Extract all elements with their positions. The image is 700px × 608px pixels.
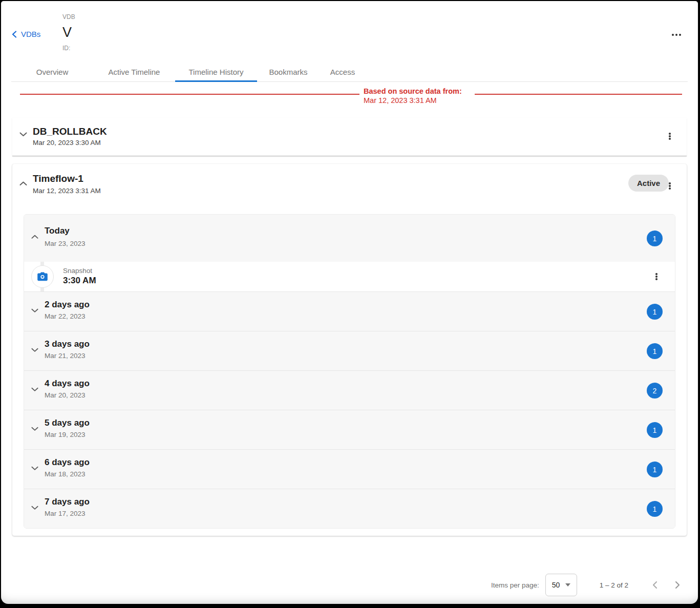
day-group-header[interactable]: 5 days ago Mar 19, 2023 1 bbox=[24, 410, 675, 449]
ellipsis-horizontal-icon bbox=[672, 34, 681, 36]
timeflow-name: Timeflow-1 bbox=[33, 173, 83, 184]
tab-overview[interactable]: Overview bbox=[11, 61, 93, 82]
timeflow-date: Mar 20, 2023 3:30 AM bbox=[33, 139, 101, 146]
day-group-date: Mar 22, 2023 bbox=[45, 312, 86, 320]
day-group-3-days-ago: 3 days ago Mar 21, 2023 1 bbox=[24, 331, 675, 371]
day-group-date: Mar 18, 2023 bbox=[45, 470, 86, 478]
day-group-header[interactable]: 6 days ago Mar 18, 2023 1 bbox=[24, 450, 675, 489]
snapshot-time: 3:30 AM bbox=[63, 276, 96, 286]
chevron-up-icon bbox=[19, 181, 27, 186]
timeflow-section-db-rollback: DB_ROLLBACK Mar 20, 2023 3:30 AM bbox=[12, 118, 687, 156]
day-group-today: Today Mar 23, 2023 1 bbox=[24, 215, 675, 292]
tab-bookmarks[interactable]: Bookmarks bbox=[257, 61, 320, 82]
items-per-page-value: 50 bbox=[552, 581, 560, 589]
day-group-header[interactable]: Today Mar 23, 2023 1 bbox=[24, 215, 675, 262]
expand-group-button[interactable] bbox=[28, 345, 41, 355]
day-group-header[interactable]: 3 days ago Mar 21, 2023 1 bbox=[24, 331, 675, 370]
chevron-down-icon bbox=[31, 387, 38, 392]
expand-group-button[interactable] bbox=[28, 305, 41, 316]
chevron-down-icon bbox=[31, 427, 38, 431]
timeflow-section-timeflow-1: Timeflow-1 Mar 12, 2023 3:31 AM Active T… bbox=[12, 164, 687, 536]
expand-group-button[interactable] bbox=[28, 463, 41, 474]
timeflow-1-menu-button[interactable] bbox=[666, 179, 674, 193]
back-to-vdbs-link[interactable]: VDBs bbox=[11, 30, 40, 38]
pagination-range-label: 1 – 2 of 2 bbox=[600, 581, 628, 589]
snapshot-count-badge: 1 bbox=[647, 501, 663, 517]
snapshot-count-badge: 1 bbox=[647, 422, 663, 438]
snapshot-count-badge: 1 bbox=[647, 304, 663, 320]
app-window: VDBs VDB V ID: Overview Active Timeline … bbox=[1, 1, 698, 604]
day-group-title: 7 days ago bbox=[45, 497, 90, 507]
snapshot-type-label: Snapshot bbox=[63, 267, 92, 275]
chevron-down-icon bbox=[19, 132, 27, 137]
day-group-title: 5 days ago bbox=[45, 418, 90, 428]
items-per-page-select[interactable]: 50 bbox=[545, 574, 577, 596]
chevron-left-icon bbox=[652, 581, 657, 589]
day-group-5-days-ago: 5 days ago Mar 19, 2023 1 bbox=[24, 410, 675, 450]
expand-db-rollback-button[interactable] bbox=[16, 129, 30, 140]
day-group-date: Mar 20, 2023 bbox=[45, 391, 86, 399]
entity-id-label: ID: bbox=[62, 45, 70, 52]
tab-bar: Overview Active Timeline Timeline Histor… bbox=[1, 61, 698, 82]
banner-divider-right bbox=[475, 94, 682, 95]
kebab-vertical-icon bbox=[655, 272, 657, 281]
day-group-6-days-ago: 6 days ago Mar 18, 2023 1 bbox=[24, 450, 675, 489]
next-page-button[interactable] bbox=[671, 577, 685, 593]
kebab-vertical-icon bbox=[669, 182, 671, 190]
collapse-group-button[interactable] bbox=[28, 232, 41, 242]
day-group-date: Mar 17, 2023 bbox=[45, 510, 86, 517]
db-rollback-menu-button[interactable] bbox=[666, 129, 674, 143]
more-options-button[interactable] bbox=[670, 31, 683, 39]
banner-date: Mar 12, 2023 3:31 AM bbox=[364, 96, 437, 104]
snapshot-count-badge: 1 bbox=[647, 462, 663, 477]
page-header: VDBs VDB V ID: bbox=[1, 1, 698, 61]
entity-type-label: VDB bbox=[62, 13, 75, 20]
day-group-7-days-ago: 7 days ago Mar 17, 2023 1 bbox=[24, 489, 675, 528]
banner-title: Based on source data from: bbox=[364, 87, 462, 96]
tab-access[interactable]: Access bbox=[320, 61, 366, 82]
snapshot-count-badge: 2 bbox=[647, 383, 663, 399]
snapshot-count-badge: 1 bbox=[647, 343, 663, 359]
caret-down-icon bbox=[565, 583, 570, 586]
expand-group-button[interactable] bbox=[28, 384, 41, 395]
day-group-title: 3 days ago bbox=[45, 339, 90, 349]
day-group-header[interactable]: 4 days ago Mar 20, 2023 2 bbox=[24, 371, 675, 410]
collapse-timeflow-1-button[interactable] bbox=[16, 178, 30, 189]
day-group-title: Today bbox=[45, 226, 70, 236]
day-group-date: Mar 19, 2023 bbox=[45, 431, 86, 438]
chevron-down-icon bbox=[31, 466, 38, 471]
day-group-title: 4 days ago bbox=[45, 379, 90, 389]
timeline-day-group-list: Today Mar 23, 2023 1 bbox=[24, 214, 675, 529]
snapshot-icon-circle bbox=[31, 265, 54, 288]
expand-group-button[interactable] bbox=[28, 502, 41, 513]
chevron-down-icon bbox=[31, 506, 38, 510]
expand-group-button[interactable] bbox=[28, 424, 41, 434]
timeflow-date: Mar 12, 2023 3:31 AM bbox=[33, 187, 101, 195]
snapshot-menu-button[interactable] bbox=[652, 269, 661, 284]
day-group-date: Mar 23, 2023 bbox=[45, 240, 86, 247]
day-group-header[interactable]: 7 days ago Mar 17, 2023 1 bbox=[24, 489, 675, 528]
tab-timeline-history[interactable]: Timeline History bbox=[175, 61, 257, 82]
timeflow-name: DB_ROLLBACK bbox=[33, 126, 107, 137]
chevron-up-icon bbox=[31, 235, 38, 239]
tab-active-timeline[interactable]: Active Timeline bbox=[93, 61, 175, 82]
items-per-page-label: Items per page: bbox=[491, 581, 539, 589]
kebab-vertical-icon bbox=[669, 132, 671, 140]
day-group-4-days-ago: 4 days ago Mar 20, 2023 2 bbox=[24, 371, 675, 410]
chevron-down-icon bbox=[31, 348, 38, 352]
chevron-right-icon bbox=[675, 581, 681, 589]
timeflow-1-header: Timeflow-1 Mar 12, 2023 3:31 AM Active bbox=[12, 164, 687, 214]
day-group-title: 6 days ago bbox=[45, 457, 90, 468]
day-group-2-days-ago: 2 days ago Mar 22, 2023 1 bbox=[24, 292, 675, 331]
page-title: V bbox=[62, 25, 72, 40]
camera-icon bbox=[36, 270, 49, 283]
previous-page-button[interactable] bbox=[648, 577, 662, 593]
chevron-left-icon bbox=[11, 31, 17, 38]
day-group-header[interactable]: 2 days ago Mar 22, 2023 1 bbox=[24, 292, 675, 331]
snapshot-row[interactable]: Snapshot 3:30 AM bbox=[24, 262, 675, 291]
active-status-badge: Active bbox=[628, 175, 669, 192]
back-link-label: VDBs bbox=[21, 30, 40, 38]
source-data-banner: Based on source data from: Mar 12, 2023 … bbox=[1, 82, 698, 118]
chevron-down-icon bbox=[31, 308, 38, 313]
snapshot-count-badge: 1 bbox=[647, 230, 663, 246]
